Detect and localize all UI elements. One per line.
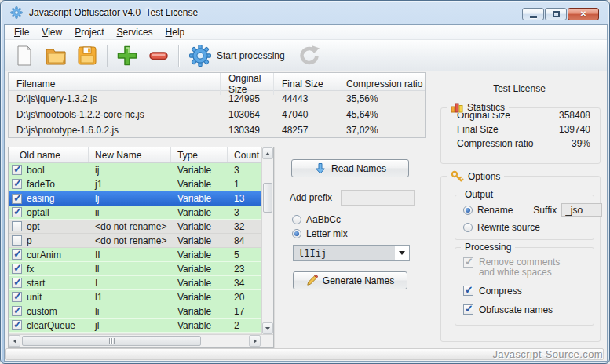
- row-checkbox[interactable]: [12, 320, 22, 330]
- minimize-button[interactable]: [522, 8, 544, 20]
- rewrite-source-radio[interactable]: [463, 223, 473, 232]
- options-key-icon: [451, 170, 464, 182]
- menu-help[interactable]: Help: [159, 25, 192, 39]
- letter-mix-radio[interactable]: [292, 229, 301, 238]
- maximize-button[interactable]: [545, 8, 567, 20]
- row-checkbox[interactable]: [12, 235, 22, 246]
- count: 23: [228, 262, 261, 275]
- start-processing-button[interactable]: Start processing: [183, 42, 291, 70]
- row-checkbox[interactable]: [12, 278, 22, 288]
- statistics-group: Statistics Original Size 358408 Final Si…: [440, 107, 601, 164]
- table-row[interactable]: clearQueue jl Variable 2: [9, 318, 261, 333]
- process-gear-icon: [189, 45, 211, 67]
- obfuscate-checkbox[interactable]: [463, 304, 473, 315]
- table-row[interactable]: fadeTo j1 Variable 1: [9, 177, 261, 191]
- remove-file-button[interactable]: [143, 42, 174, 70]
- table-row[interactable]: start I Variable 34: [9, 276, 261, 290]
- table-row[interactable]: opt <do not rename> Variable 32: [9, 220, 261, 234]
- new-name: j1: [89, 177, 171, 191]
- add-plus-icon: [115, 44, 139, 67]
- row-checkbox[interactable]: [12, 306, 22, 316]
- row-checkbox[interactable]: [12, 194, 22, 204]
- new-name: <do not rename>: [89, 220, 171, 233]
- row-checkbox[interactable]: [12, 221, 22, 231]
- table-row[interactable]: unit l1 Variable 20: [9, 290, 261, 304]
- horizontal-scroll-track[interactable]: [20, 335, 249, 347]
- generate-names-button[interactable]: Generate Names: [293, 271, 407, 289]
- options-title: Options: [468, 171, 500, 182]
- row-checkbox[interactable]: [12, 165, 22, 175]
- row-checkbox[interactable]: [12, 292, 22, 302]
- letter-mix-option: Letter mix: [292, 228, 348, 239]
- table-row[interactable]: custom li Variable 17: [9, 304, 261, 318]
- column-header-type[interactable]: Type: [171, 147, 228, 162]
- compress-checkbox[interactable]: [463, 286, 473, 296]
- vertical-scrollbar[interactable]: [261, 147, 273, 334]
- stat-final-size: Final Size 139740: [441, 122, 600, 136]
- arrow-down-icon: [265, 327, 270, 330]
- column-header-old-name[interactable]: Old name: [9, 147, 89, 162]
- menu-project[interactable]: Project: [68, 25, 110, 39]
- remove-minus-icon: [147, 44, 170, 67]
- letter-mix-combobox[interactable]: l1Iij: [293, 245, 410, 261]
- column-header-new-name[interactable]: New Name: [89, 147, 171, 162]
- table-row-selected[interactable]: easing lj Variable 13: [9, 191, 261, 206]
- new-name: lj: [89, 191, 171, 206]
- rename-radio[interactable]: [463, 206, 473, 215]
- scroll-left-button[interactable]: [9, 335, 20, 347]
- add-file-button[interactable]: [111, 42, 143, 70]
- final-size: 48257: [274, 122, 338, 138]
- menu-view[interactable]: View: [35, 25, 68, 39]
- generate-names-label: Generate Names: [323, 275, 394, 286]
- save-project-button[interactable]: [71, 42, 103, 70]
- scroll-up-button[interactable]: [262, 147, 273, 159]
- table-row[interactable]: bool ij Variable 3: [9, 163, 261, 177]
- column-header-count[interactable]: Count: [228, 147, 261, 162]
- count: 5: [228, 248, 261, 261]
- row-checkbox[interactable]: [12, 249, 22, 260]
- row-checkbox[interactable]: [12, 264, 22, 274]
- aabbcc-radio[interactable]: [292, 215, 301, 224]
- rename-label: Rename: [477, 205, 513, 216]
- menu-file[interactable]: File: [8, 25, 35, 39]
- type: Variable: [171, 163, 228, 177]
- old-name: opt: [27, 221, 40, 232]
- new-name: <do not rename>: [89, 234, 171, 247]
- remove-comments-checkbox: [463, 257, 473, 268]
- count: 1: [228, 177, 261, 191]
- table-row[interactable]: curAnim II Variable 5: [9, 248, 261, 262]
- aabbcc-option: AaBbCc: [292, 214, 341, 225]
- app-gear-icon: [10, 6, 23, 19]
- suffix-input[interactable]: [561, 203, 602, 217]
- new-project-button[interactable]: [9, 42, 40, 70]
- refresh-button[interactable]: [291, 42, 327, 70]
- file-row[interactable]: D:\js\mootools-1.2.2-core-nc.js 103064 4…: [9, 107, 425, 122]
- read-names-label: Read Names: [331, 163, 386, 174]
- horizontal-scroll-thumb[interactable]: [22, 336, 201, 346]
- add-prefix-input[interactable]: [341, 190, 415, 206]
- minimize-icon: [530, 16, 537, 18]
- scroll-right-button[interactable]: [249, 335, 261, 347]
- refresh-icon: [298, 45, 321, 67]
- vertical-scroll-track[interactable]: [262, 159, 273, 322]
- table-row[interactable]: p <do not rename> Variable 84: [9, 234, 261, 248]
- row-checkbox[interactable]: [12, 179, 22, 189]
- combobox-dropdown-button[interactable]: [395, 246, 408, 260]
- read-names-button[interactable]: Read Names: [291, 159, 409, 177]
- close-button[interactable]: ✕: [568, 8, 599, 20]
- table-row[interactable]: optall ii Variable 3: [9, 206, 261, 220]
- menu-services[interactable]: Services: [111, 25, 159, 39]
- vertical-scroll-thumb[interactable]: [263, 183, 272, 213]
- open-project-button[interactable]: [40, 42, 71, 70]
- remove-comments-option: Remove comments and white spaces: [463, 257, 578, 278]
- scroll-down-button[interactable]: [262, 322, 273, 334]
- file-row[interactable]: D:\js\prototype-1.6.0.2.js 130349 48257 …: [9, 122, 425, 138]
- close-icon: ✕: [580, 10, 586, 18]
- row-checkbox[interactable]: [12, 207, 22, 217]
- horizontal-scrollbar[interactable]: [9, 334, 273, 347]
- type: Variable: [171, 220, 228, 233]
- names-panel: Read Names Add prefix AaBbCc Letter mix …: [274, 147, 431, 348]
- output-title: Output: [461, 189, 497, 200]
- table-row[interactable]: fx ll Variable 23: [9, 262, 261, 276]
- file-row[interactable]: D:\js\jquery-1.3.2.js 124995 44443 35,56…: [9, 91, 425, 107]
